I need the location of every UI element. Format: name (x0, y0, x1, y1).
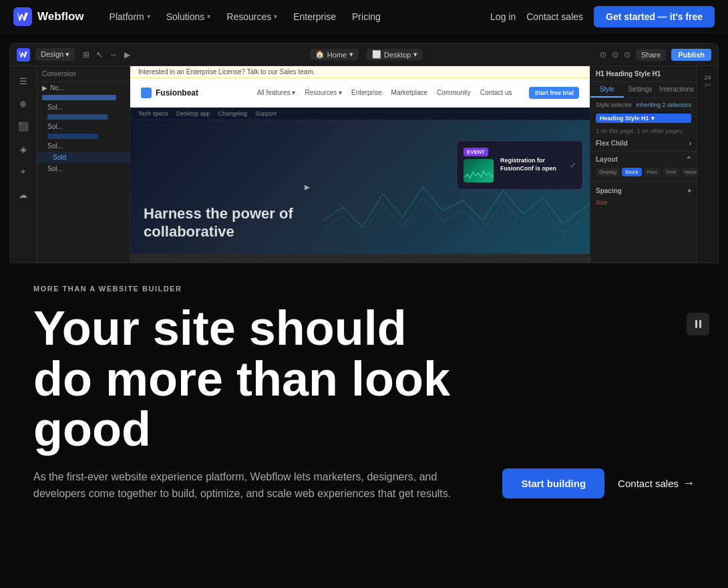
right-panel-header: H1 Heading Style H1 (590, 66, 697, 82)
chevron-icon: ▾ (349, 50, 353, 59)
layers-panel: Conversion ▶ No... Sol... Sol... Sol... … (37, 66, 130, 263)
inner-nav-link[interactable]: Enterprise (347, 87, 386, 98)
support-link[interactable]: Support (255, 110, 277, 117)
hero-cta-group: Start building Contact sales → (502, 468, 695, 498)
publish-button[interactable]: Publish (671, 49, 711, 61)
sidebar-add-icon[interactable]: ⊕ (14, 94, 33, 113)
far-right-value: 24 (704, 74, 711, 81)
layer-bar (42, 95, 116, 100)
chevron-down-icon: ▾ (207, 13, 210, 20)
tab-settings[interactable]: Settings (624, 82, 657, 98)
resize-icon[interactable]: ↔ (110, 50, 118, 59)
tech-specs-link[interactable]: Tech specs (138, 110, 168, 117)
display-opt-display[interactable]: Display (596, 168, 620, 176)
toolbar-icons: ⊞ ↖ ↔ ▶ (80, 50, 133, 59)
designer-wf-icon (17, 48, 30, 61)
layers-panel-header: Conversion (37, 66, 130, 82)
panel-page-info: 1 on this page, 1 on other pages. (590, 125, 697, 137)
get-started-button[interactable]: Get started — it's free (594, 6, 715, 27)
start-building-button[interactable]: Start building (502, 468, 604, 498)
event-info: Registration for FusionConf is open (500, 157, 563, 172)
design-mode-button[interactable]: Design ▾ (35, 48, 75, 61)
event-title: Registration for FusionConf is open (500, 157, 563, 172)
comment-icon[interactable]: ⊙ (612, 50, 618, 59)
designer-toolbar: Design ▾ ⊞ ↖ ↔ ▶ 🏠 Home ▾ ⬜ Desktop ▾ ⊙ … (10, 43, 718, 66)
hero-subtext: As the first-ever website experience pla… (33, 468, 461, 502)
layer-item[interactable]: Sol... (37, 102, 130, 113)
share-button[interactable]: Share (636, 49, 666, 61)
nav-enterprise[interactable]: Enterprise (287, 7, 343, 26)
spacing-hint: Size (590, 197, 697, 208)
nav-solutions[interactable]: Solutions ▾ (160, 7, 218, 26)
canvas-cursor: ▸ (305, 180, 310, 193)
divider (590, 181, 697, 182)
sidebar-layers-icon[interactable]: ☰ (14, 71, 33, 90)
nav-right: Log in Contact sales Get started — it's … (490, 6, 715, 27)
tab-interactions[interactable]: Interactions (657, 82, 697, 98)
event-popup: EVENT Registration for FusionConf is ope… (456, 140, 583, 190)
inner-hero-section: ▸ Harness the power ofcollaborative EVEN… (130, 120, 590, 254)
inner-nav-link[interactable]: Resources ▾ (301, 87, 346, 98)
nav-pricing[interactable]: Pricing (345, 7, 387, 26)
sidebar-components-icon[interactable]: ⬛ (14, 117, 33, 136)
event-thumbnail (464, 159, 494, 182)
left-sidebar: ☰ ⊕ ⬛ ◈ ⌖ ☁ (10, 66, 37, 263)
nav-resources[interactable]: Resources ▾ (220, 7, 284, 26)
nav-links: Platform ▾ Solutions ▾ Resources ▾ Enter… (103, 7, 472, 26)
toolbar-center: 🏠 Home ▾ ⬜ Desktop ▾ (138, 49, 594, 60)
cursor-icon[interactable]: ↖ (96, 50, 103, 59)
inner-nav-links: All features ▾ Resources ▾ Enterprise Ma… (206, 87, 516, 98)
display-opt-grid[interactable]: Grid (663, 168, 679, 176)
canvas-area[interactable]: Interested in an Enterprise License? Tal… (130, 66, 590, 263)
layer-item[interactable]: Sol... (37, 121, 130, 132)
chevron-down-icon: ▾ (274, 13, 277, 20)
nav-platform[interactable]: Platform ▾ (103, 7, 157, 26)
layer-bar (47, 134, 98, 139)
expand-icon: ⌃ (686, 156, 691, 163)
inner-nav-link[interactable]: Contact us (476, 87, 516, 98)
grid-icon[interactable]: ⊞ (83, 50, 89, 59)
event-expand-icon[interactable]: ⤢ (570, 161, 576, 170)
hero-headline: Your site should do more than look good (33, 303, 461, 455)
display-opt-flex[interactable]: Flex (644, 168, 661, 176)
settings-icon[interactable]: ⊙ (624, 50, 630, 59)
contact-sales-button[interactable]: Contact sales → (618, 476, 695, 490)
far-right-nums: 24 px (704, 74, 711, 88)
sidebar-ecommerce-icon[interactable]: ☁ (14, 185, 33, 204)
preview-icon[interactable]: ⊙ (600, 50, 606, 59)
inner-nav-link[interactable]: Marketplace (387, 87, 431, 98)
far-right-panel: 24 px (697, 66, 718, 263)
heading-chip[interactable]: Heading Style H1 ▾ (596, 114, 691, 123)
hero-section: MORE THAN A WEBSITE BUILDER Your site sh… (0, 263, 728, 519)
designer-area: Design ▾ ⊞ ↖ ↔ ▶ 🏠 Home ▾ ⬜ Desktop ▾ ⊙ … (9, 43, 719, 263)
chevron-icon: ▾ (651, 115, 655, 122)
webflow-logo-icon (13, 7, 32, 26)
layer-item[interactable]: Sol... (37, 163, 130, 174)
contact-sales-link[interactable]: Contact sales (526, 11, 583, 22)
sidebar-cms-icon[interactable]: ⌖ (14, 162, 33, 181)
layer-item[interactable]: ▶ No... (37, 82, 130, 94)
inner-cta-button[interactable]: Start free trial (529, 87, 579, 99)
breadcrumb-home[interactable]: 🏠 Home ▾ (310, 49, 359, 60)
login-link[interactable]: Log in (490, 11, 516, 22)
inner-nav-link[interactable]: Community (433, 87, 475, 98)
chevron-right-icon: › (689, 140, 691, 147)
top-nav: Webflow Platform ▾ Solutions ▾ Resources… (0, 0, 728, 33)
breadcrumb-desktop[interactable]: ⬜ Desktop ▾ (367, 49, 423, 60)
play-icon[interactable]: ▶ (124, 50, 130, 59)
inner-site-notice: Interested in an Enterprise License? Tal… (130, 66, 590, 78)
desktop-app-link[interactable]: Desktop app (176, 110, 210, 117)
sidebar-assets-icon[interactable]: ◈ (14, 140, 33, 158)
chevron-down-icon: ▾ (147, 13, 150, 20)
tab-style[interactable]: Style (590, 82, 624, 98)
home-icon: 🏠 (315, 50, 325, 59)
layer-item[interactable]: Sol... (37, 140, 130, 152)
fusionbeat-logo-icon (141, 88, 152, 98)
inner-nav-link[interactable]: All features ▾ (253, 87, 300, 98)
webflow-logo[interactable]: Webflow (13, 7, 84, 26)
layer-item-selected[interactable]: Sold (37, 152, 130, 163)
display-opt-block[interactable]: Block (622, 168, 642, 176)
changelog-link[interactable]: Changelog (218, 110, 248, 117)
event-tag: EVENT (464, 148, 488, 156)
panel-title: H1 Heading Style H1 (596, 70, 691, 78)
